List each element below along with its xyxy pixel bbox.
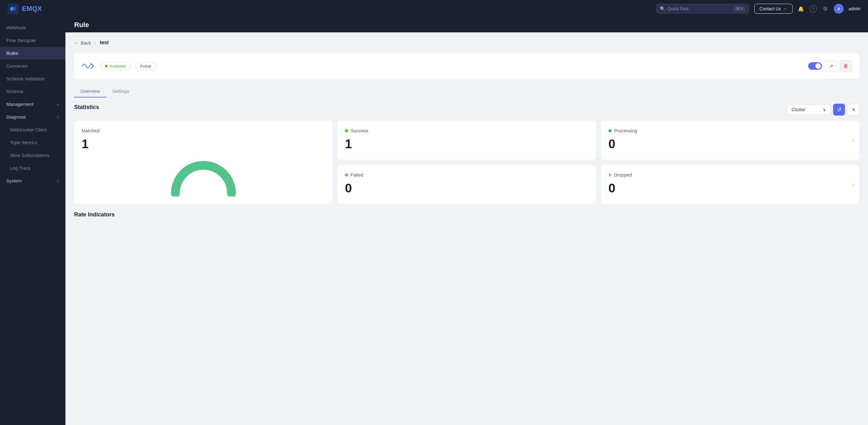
dropped-chevron-icon: › — [852, 181, 854, 188]
status-badge: Available — [100, 62, 130, 70]
processing-value: 0 — [609, 137, 852, 151]
tab-overview[interactable]: Overview — [74, 85, 106, 97]
stat-card-failed: Failed 0 — [337, 165, 596, 204]
sidebar-item-schema[interactable]: Schema — [0, 85, 65, 98]
stat-card-success: Success 1 — [337, 121, 596, 160]
logo[interactable]: EMQX — [7, 3, 42, 14]
rate-indicators-section: Rate Indicators — [74, 211, 859, 218]
arrow-icon: → — [783, 6, 787, 11]
sidebar-item-flow-designer[interactable]: Flow Designer — [0, 34, 65, 47]
sidebar-label-slow-subscriptions: Slow Subscriptions — [10, 153, 50, 158]
statistics-title: Statistics — [74, 104, 99, 110]
breadcrumb-separator: | — [95, 40, 96, 45]
contact-us-button[interactable]: Contact Us → — [754, 4, 793, 14]
breadcrumb: ← Back | test — [74, 40, 859, 45]
search-placeholder: Quick Find — [668, 6, 688, 11]
sidebar-item-websocket-client[interactable]: WebSocket Client — [0, 123, 65, 136]
sidebar: Webhook Flow Designer Rules Connector Sc… — [0, 18, 65, 425]
failed-dot — [345, 173, 348, 176]
sidebar-label-flow-designer: Flow Designer — [6, 38, 36, 43]
toggle-switch[interactable] — [808, 62, 822, 70]
back-label: Back — [81, 40, 91, 45]
stat-card-processing[interactable]: Processing 0 › — [601, 121, 859, 160]
stat-card-dropped[interactable]: Dropped 0 › — [601, 165, 859, 204]
clear-button[interactable]: ✕ — [847, 104, 859, 116]
stats-action-buttons: ↺ ✕ — [833, 104, 859, 116]
matched-value: 1 — [82, 137, 89, 151]
back-arrow-icon: ← — [74, 40, 79, 45]
chevron-up-icon: ∧ — [56, 115, 59, 119]
refresh-icon: ↺ — [837, 106, 841, 113]
sidebar-label-system: System — [6, 178, 22, 184]
sidebar-item-topic-metrics[interactable]: Topic Metrics — [0, 136, 65, 149]
sidebar-item-system[interactable]: System ∨ — [0, 174, 65, 187]
sidebar-label-management: Management — [6, 101, 34, 107]
stats-grid: Matched 1 — [74, 121, 859, 204]
close-icon: ✕ — [851, 107, 856, 113]
chevron-down-icon: ∨ — [56, 102, 59, 106]
admin-label: admin — [849, 6, 861, 11]
sidebar-label-diagnose: Diagnose — [6, 114, 26, 120]
select-chevron-icon: ∨ — [823, 107, 826, 112]
sidebar-item-schema-validation[interactable]: Schema Validation — [0, 72, 65, 85]
processing-dot — [609, 129, 612, 132]
app-header: EMQX 🔍 Quick Find ⌘ K Contact Us → 🔔 ? ⚙… — [0, 0, 868, 18]
sidebar-label-rules: Rules — [6, 51, 18, 56]
delete-button[interactable]: 🗑 — [840, 60, 852, 72]
back-button[interactable]: ← Back — [74, 40, 91, 45]
share-button[interactable]: ↗ — [825, 60, 837, 72]
share-icon: ↗ — [829, 63, 833, 69]
failed-label: Failed — [345, 172, 588, 177]
search-icon: 🔍 — [660, 6, 665, 11]
dropped-label: Dropped — [609, 172, 852, 177]
sidebar-item-rules[interactable]: Rules — [0, 47, 65, 60]
stat-card-matched: Matched 1 — [74, 121, 333, 204]
matched-label: Matched — [82, 128, 100, 133]
success-dot — [345, 129, 348, 132]
search-bar[interactable]: 🔍 Quick Find ⌘ K — [656, 4, 749, 14]
header-icons: 🔔 ? ⚙ A admin — [798, 4, 861, 14]
tag-badge: Pulsar — [135, 62, 156, 70]
rule-header-card: Available Pulsar ↗ 🗑 — [74, 53, 859, 79]
breadcrumb-current: test — [100, 40, 108, 45]
dropped-value: 0 — [609, 181, 852, 195]
failed-value: 0 — [345, 181, 588, 195]
settings-icon[interactable]: ⚙ — [822, 5, 829, 12]
processing-label: Processing — [609, 128, 852, 133]
sidebar-item-log-trace[interactable]: Log Trace — [0, 162, 65, 174]
help-icon[interactable]: ? — [809, 5, 817, 12]
sidebar-item-diagnose[interactable]: Diagnose ∧ — [0, 110, 65, 123]
dropped-dot — [609, 173, 612, 176]
stats-controls: Statistics Cluster ∨ ↺ ✕ — [74, 104, 859, 116]
sidebar-item-management[interactable]: Management ∨ — [0, 98, 65, 110]
trash-icon: 🗑 — [843, 63, 848, 69]
search-shortcut: ⌘ K — [734, 6, 745, 11]
main-layout: Webhook Flow Designer Rules Connector Sc… — [0, 18, 868, 425]
tabs: Overview Settings — [74, 85, 859, 97]
chevron-down-icon-system: ∨ — [56, 179, 59, 183]
status-dot — [105, 65, 107, 67]
processing-chevron-icon: › — [852, 137, 854, 143]
logo-icon — [7, 3, 19, 14]
sidebar-label-connector: Connector — [6, 63, 28, 68]
tab-settings[interactable]: Settings — [106, 85, 135, 97]
sidebar-label-log-trace: Log Trace — [10, 165, 31, 171]
rule-icon — [82, 59, 95, 73]
rate-indicators-title: Rate Indicators — [74, 211, 115, 218]
sidebar-item-connector[interactable]: Connector — [0, 60, 65, 72]
page-title: Rule — [74, 21, 89, 29]
statistics-section: Statistics Cluster ∨ ↺ ✕ — [74, 104, 859, 204]
toggle-thumb — [815, 63, 821, 69]
tag-label: Pulsar — [140, 64, 152, 68]
status-text: Available — [110, 64, 126, 68]
success-label: Success — [345, 128, 588, 133]
sidebar-item-webhook[interactable]: Webhook — [0, 21, 65, 34]
success-value: 1 — [345, 137, 588, 151]
sidebar-item-slow-subscriptions[interactable]: Slow Subscriptions — [0, 149, 65, 162]
refresh-button[interactable]: ↺ — [833, 104, 845, 116]
notification-icon[interactable]: 🔔 — [798, 5, 804, 12]
sidebar-label-webhook: Webhook — [6, 25, 26, 30]
sidebar-label-schema: Schema — [6, 89, 23, 94]
cluster-select[interactable]: Cluster ∨ — [787, 104, 831, 115]
page-header: Rule — [65, 18, 868, 32]
